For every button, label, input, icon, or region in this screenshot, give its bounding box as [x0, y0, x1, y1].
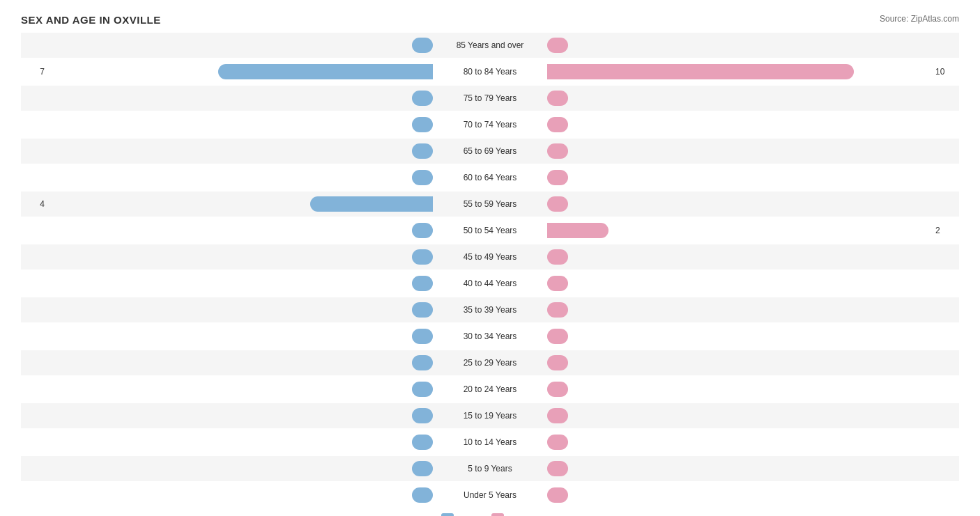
male-bar [412, 329, 433, 344]
female-bar [547, 355, 568, 370]
bars-wrapper: 25 to 29 Years [49, 350, 931, 375]
female-bar [547, 64, 854, 79]
legend-male-item: Male [441, 513, 477, 516]
label-container: 65 to 69 Years [434, 146, 546, 156]
label-container: 35 to 39 Years [434, 305, 546, 315]
right-bar-container [546, 403, 931, 428]
bars-wrapper: 5 to 9 Years [49, 456, 931, 481]
male-bar [412, 461, 433, 476]
bar-row: 45 to 49 Years [21, 244, 959, 269]
bars-wrapper: 65 to 69 Years [49, 139, 931, 164]
bar-label: 30 to 34 Years [464, 331, 517, 341]
right-bar-container [546, 483, 931, 508]
right-bar-container [546, 297, 931, 322]
bar-row: Under 5 Years [21, 483, 959, 508]
bar-label: 50 to 54 Years [464, 226, 517, 235]
male-bar [412, 408, 433, 423]
bars-wrapper: 15 to 19 Years [49, 403, 931, 428]
right-bar-container [546, 191, 931, 217]
right-bar-container [546, 324, 931, 349]
female-bar [547, 223, 608, 238]
left-bar-container [49, 350, 434, 375]
chart-title: SEX AND AGE IN OXVILLE [21, 14, 161, 26]
label-container: 30 to 34 Years [434, 331, 546, 341]
bar-area: 55 to 59 Years [49, 191, 931, 217]
right-bar-container [546, 33, 931, 58]
bar-label: 80 to 84 Years [464, 67, 517, 77]
bar-area: Under 5 Years [49, 483, 931, 508]
bar-label: 40 to 44 Years [464, 279, 517, 288]
legend-female-item: Female [491, 513, 538, 516]
female-bar [547, 196, 568, 212]
bars-wrapper: 75 to 79 Years [49, 86, 931, 111]
bar-label: 65 to 69 Years [464, 146, 517, 156]
male-bar [412, 117, 433, 132]
bar-label: 70 to 74 Years [464, 120, 517, 130]
bar-row: 10 to 14 Years [21, 430, 959, 455]
female-bar [547, 487, 568, 503]
label-container: 75 to 79 Years [434, 93, 546, 103]
bar-label: 60 to 64 Years [464, 173, 517, 182]
bar-row: 65 to 69 Years [21, 139, 959, 164]
female-bar [547, 38, 568, 53]
label-container: 25 to 29 Years [434, 358, 546, 368]
bar-label: 55 to 59 Years [464, 199, 517, 209]
right-bar-container [546, 244, 931, 269]
left-bar-container [49, 324, 434, 349]
male-bar [412, 223, 433, 238]
bar-row: 60 to 64 Years [21, 165, 959, 190]
left-bar-container [49, 218, 434, 243]
female-bar [547, 408, 568, 423]
bar-row: 75 to 79 Years [21, 86, 959, 111]
legend: Male Female [441, 513, 539, 516]
bar-area: 60 to 64 Years [49, 165, 931, 190]
bar-row: 35 to 39 Years [21, 297, 959, 322]
bar-label: 85 Years and over [457, 40, 524, 50]
left-value: 7 [21, 67, 49, 77]
bar-area: 30 to 34 Years [49, 324, 931, 349]
bar-area: 65 to 69 Years [49, 139, 931, 164]
bar-area: 20 to 24 Years [49, 377, 931, 402]
male-bar [412, 276, 433, 291]
left-bar-container [49, 139, 434, 164]
male-bar [412, 355, 433, 370]
left-bar-container [49, 86, 434, 111]
bar-row: 5 to 9 Years [21, 456, 959, 481]
male-bar [310, 196, 433, 212]
bar-area: 85 Years and over [49, 33, 931, 58]
bar-area: 80 to 84 Years [49, 59, 931, 84]
label-container: Under 5 Years [434, 490, 546, 500]
label-container: 85 Years and over [434, 40, 546, 50]
male-bar [412, 249, 433, 265]
bar-label: Under 5 Years [464, 490, 516, 500]
label-container: 70 to 74 Years [434, 120, 546, 130]
label-container: 5 to 9 Years [434, 464, 546, 474]
right-value: 10 [931, 67, 959, 77]
bar-label: 20 to 24 Years [464, 384, 517, 394]
right-bar-container [546, 139, 931, 164]
left-bar-container [49, 297, 434, 322]
bars-wrapper: 50 to 54 Years [49, 218, 931, 243]
label-container: 50 to 54 Years [434, 226, 546, 235]
right-bar-container [546, 377, 931, 402]
bar-row: 50 to 54 Years 2 [21, 218, 959, 243]
bar-area: 35 to 39 Years [49, 297, 931, 322]
male-bar [412, 382, 433, 397]
female-bar [547, 276, 568, 291]
bar-label: 15 to 19 Years [464, 411, 517, 421]
chart-footer: 10 Male Female 10 [21, 513, 959, 516]
bar-row: 25 to 29 Years [21, 350, 959, 375]
bars-wrapper: 20 to 24 Years [49, 377, 931, 402]
female-bar [547, 249, 568, 265]
left-value: 4 [21, 199, 49, 209]
bars-wrapper: 30 to 34 Years [49, 324, 931, 349]
right-bar-container [546, 59, 931, 84]
left-bar-container [49, 271, 434, 296]
male-bar [412, 38, 433, 53]
female-bar [547, 461, 568, 476]
label-container: 10 to 14 Years [434, 437, 546, 447]
right-bar-container [546, 430, 931, 455]
bar-area: 10 to 14 Years [49, 430, 931, 455]
bar-row: 85 Years and over [21, 33, 959, 58]
bar-area: 75 to 79 Years [49, 86, 931, 111]
